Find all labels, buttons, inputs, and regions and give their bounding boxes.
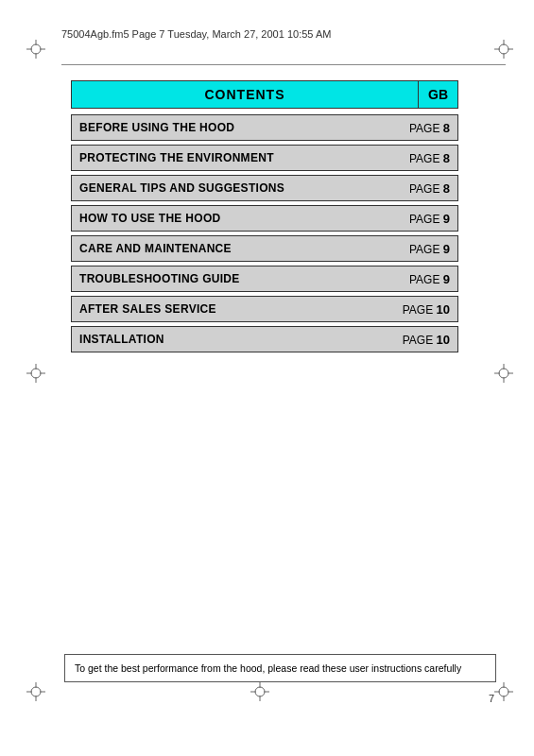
reg-mark-bottom-right [494, 682, 513, 701]
header-divider [61, 64, 506, 65]
reg-mark-mid-left [26, 364, 45, 383]
page: 75004Agb.fm5 Page 7 Tuesday, March 27, 2… [0, 0, 534, 756]
toc-row-page: PAGE 10 [395, 328, 457, 352]
toc-row-page: PAGE 9 [401, 237, 457, 261]
toc-row: CARE AND MAINTENANCEPAGE 9 [71, 235, 458, 262]
toc-row: BEFORE USING THE HOODPAGE 8 [71, 114, 458, 141]
toc-row-title: TROUBLESHOOTING GUIDE [72, 267, 401, 290]
svg-point-25 [255, 687, 265, 696]
reg-mark-bottom-mid [250, 682, 269, 701]
toc-row-page: PAGE 10 [395, 298, 457, 321]
toc-row-page: PAGE 9 [401, 267, 457, 291]
toc-row-title: HOW TO USE THE HOOD [72, 207, 401, 230]
svg-point-0 [31, 44, 41, 54]
toc-row-title: PROTECTING THE ENVIRONMENT [72, 146, 401, 169]
toc-row-title: CARE AND MAINTENANCE [72, 237, 401, 260]
toc-row: TROUBLESHOOTING GUIDEPAGE 9 [71, 266, 458, 292]
toc-row: PROTECTING THE ENVIRONMENTPAGE 8 [71, 145, 458, 171]
contents-gb: GB [418, 80, 458, 109]
reg-mark-bottom-left [26, 682, 45, 701]
svg-point-20 [31, 687, 41, 696]
toc-row: INSTALLATIONPAGE 10 [71, 326, 458, 352]
toc-row-page: PAGE 8 [401, 116, 457, 140]
toc-row: AFTER SALES SERVICEPAGE 10 [71, 296, 458, 322]
toc-row: HOW TO USE THE HOODPAGE 9 [71, 205, 458, 232]
toc-row-title: INSTALLATION [72, 328, 395, 351]
footer-note: To get the best performance from the hoo… [64, 654, 496, 682]
content-area: CONTENTS GB BEFORE USING THE HOODPAGE 8P… [71, 80, 458, 356]
reg-mark-top-left [26, 40, 45, 59]
toc-row-page: PAGE 8 [401, 177, 457, 200]
svg-point-10 [31, 369, 41, 378]
toc-row-title: AFTER SALES SERVICE [72, 298, 395, 320]
svg-point-30 [499, 687, 508, 696]
toc-row-title: BEFORE USING THE HOOD [72, 116, 401, 139]
toc-row-title: GENERAL TIPS AND SUGGESTIONS [72, 177, 401, 199]
toc-table: BEFORE USING THE HOODPAGE 8PROTECTING TH… [71, 114, 458, 352]
svg-point-5 [499, 44, 508, 54]
header-filename: 75004Agb.fm5 Page 7 Tuesday, March 27, 2… [61, 28, 506, 40]
svg-point-15 [499, 369, 508, 378]
toc-row-page: PAGE 8 [401, 146, 457, 170]
toc-row: GENERAL TIPS AND SUGGESTIONSPAGE 8 [71, 175, 458, 201]
reg-mark-mid-right [494, 364, 513, 383]
reg-mark-top-right [494, 40, 513, 59]
contents-title: CONTENTS [71, 80, 418, 109]
toc-row-page: PAGE 9 [401, 207, 457, 231]
contents-header: CONTENTS GB [71, 80, 458, 109]
